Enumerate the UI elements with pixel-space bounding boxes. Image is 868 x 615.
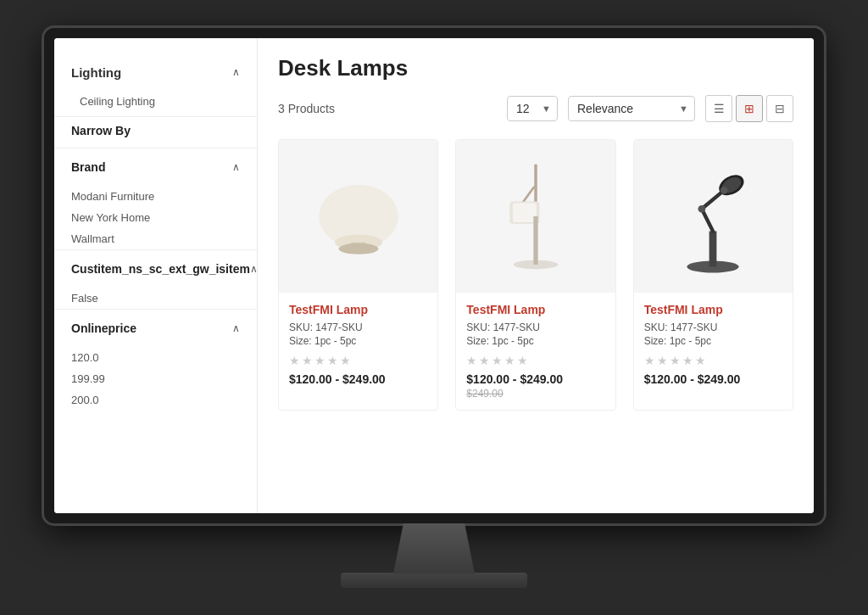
product-info-1: TestFMI Lamp SKU: 1477-SKU Size: 1pc - 5… (456, 293, 615, 410)
product-price-2: $120.00 - $249.00 (644, 372, 782, 386)
filter-custitem: Custitem_ns_sc_ext_gw_isitem ∧ False (54, 249, 257, 309)
product-stars-1: ★★★★★ (466, 354, 604, 367)
svg-point-3 (338, 243, 378, 254)
filter-brand: Brand ∧ Modani Furniture New York Home W… (54, 148, 257, 249)
monitor-base (341, 573, 527, 588)
sort-wrapper: Relevance Price Low to High Price High t… (568, 96, 695, 121)
filter-onlineprice-item-0[interactable]: 120.0 (54, 347, 257, 368)
grid-view-icon: ⊞ (744, 102, 754, 115)
narrow-by-label: Narrow By (54, 116, 257, 148)
filter-brand-item-2[interactable]: Wallmart (54, 228, 257, 249)
table-view-icon: ⊟ (775, 102, 785, 115)
product-image-1 (456, 140, 615, 293)
filter-onlineprice-chevron: ∧ (232, 322, 240, 334)
product-sku-1: SKU: 1477-SKU (466, 321, 604, 333)
filter-onlineprice: Onlineprice ∧ 120.0 199.99 200.0 (54, 309, 257, 411)
filter-brand-item-0[interactable]: Modani Furniture (54, 186, 257, 207)
page-title: Desk Lamps (278, 55, 793, 81)
filter-brand-header[interactable]: Brand ∧ (54, 148, 257, 186)
product-count: 3 Products (278, 102, 497, 115)
filter-onlineprice-title: Onlineprice (71, 321, 136, 335)
product-grid: TestFMI Lamp SKU: 1477-SKU Size: 1pc - 5… (278, 139, 793, 411)
svg-rect-11 (709, 231, 717, 266)
product-card-1[interactable]: TestFMI Lamp SKU: 1477-SKU Size: 1pc - 5… (455, 139, 615, 411)
product-size-2: Size: 1pc - 5pc (644, 335, 782, 347)
view-toggle-group: ☰ ⊞ ⊟ (705, 95, 793, 122)
product-price-original-1: $249.00 (466, 388, 604, 400)
product-price-0: $120.00 - $249.00 (289, 372, 427, 386)
filter-onlineprice-item-2[interactable]: 200.0 (54, 389, 257, 411)
filter-custitem-chevron: ∧ (250, 263, 258, 275)
product-card-0[interactable]: TestFMI Lamp SKU: 1477-SKU Size: 1pc - 5… (278, 139, 438, 411)
product-name-0: TestFMI Lamp (289, 303, 427, 316)
monitor-stand (383, 523, 485, 574)
sidebar-category-chevron: ∧ (232, 66, 240, 78)
product-image-0 (279, 140, 437, 293)
product-image-2 (634, 140, 793, 293)
toolbar: 3 Products 12 24 36 48 ▼ Relevance (278, 95, 793, 122)
main-content: Desk Lamps 3 Products 12 24 36 48 ▼ (258, 38, 814, 513)
view-list-button[interactable]: ☰ (705, 95, 732, 122)
view-table-button[interactable]: ⊟ (766, 95, 793, 122)
svg-rect-7 (513, 203, 537, 222)
svg-line-13 (702, 190, 724, 209)
product-name-1: TestFMI Lamp (466, 303, 604, 316)
filter-onlineprice-item-1[interactable]: 199.99 (54, 368, 257, 389)
filter-onlineprice-header[interactable]: Onlineprice ∧ (54, 310, 257, 347)
view-grid-button[interactable]: ⊞ (736, 95, 763, 122)
svg-point-17 (721, 187, 728, 194)
product-card-2[interactable]: TestFMI Lamp SKU: 1477-SKU Size: 1pc - 5… (633, 139, 793, 411)
product-size-0: Size: 1pc - 5pc (289, 335, 427, 347)
product-stars-0: ★★★★★ (289, 354, 427, 367)
filter-custitem-header[interactable]: Custitem_ns_sc_ext_gw_isitem ∧ (54, 250, 257, 288)
product-info-0: TestFMI Lamp SKU: 1477-SKU Size: 1pc - 5… (279, 293, 437, 396)
sidebar-category-title: Lighting (71, 65, 121, 80)
product-info-2: TestFMI Lamp SKU: 1477-SKU Size: 1pc - 5… (634, 293, 793, 396)
product-name-2: TestFMI Lamp (644, 303, 782, 316)
filter-brand-title: Brand (71, 160, 105, 174)
filter-brand-item-1[interactable]: New York Home (54, 207, 257, 228)
filter-brand-chevron: ∧ (232, 161, 240, 173)
sidebar: Lighting ∧ Ceiling Lighting Narrow By Br… (54, 38, 258, 513)
svg-line-12 (702, 209, 713, 231)
product-sku-2: SKU: 1477-SKU (644, 321, 782, 333)
product-size-1: Size: 1pc - 5pc (466, 335, 604, 347)
sidebar-subitem-ceiling[interactable]: Ceiling Lighting (54, 90, 257, 113)
svg-point-16 (698, 204, 706, 212)
product-price-1: $120.00 - $249.00 (466, 372, 604, 386)
product-stars-2: ★★★★★ (644, 354, 782, 367)
filter-custitem-title: Custitem_ns_sc_ext_gw_isitem (71, 262, 250, 276)
svg-rect-9 (533, 216, 537, 265)
sort-select[interactable]: Relevance Price Low to High Price High t… (568, 96, 695, 121)
filter-custitem-item-0[interactable]: False (54, 288, 257, 309)
list-view-icon: ☰ (714, 102, 725, 115)
per-page-select[interactable]: 12 24 36 48 (507, 96, 558, 121)
product-sku-0: SKU: 1477-SKU (289, 321, 427, 333)
per-page-wrapper: 12 24 36 48 ▼ (507, 96, 558, 121)
sidebar-category-lighting[interactable]: Lighting ∧ (54, 55, 257, 90)
